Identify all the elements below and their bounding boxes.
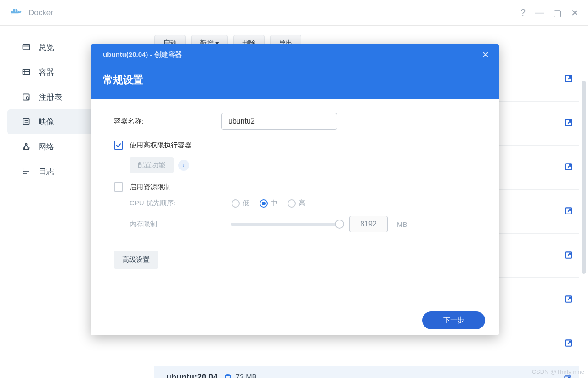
sidebar-item-label: 网络 bbox=[39, 141, 54, 152]
sidebar-item-label: 映像 bbox=[39, 117, 54, 127]
maximize-icon[interactable]: ▢ bbox=[553, 7, 562, 18]
svg-rect-5 bbox=[23, 44, 30, 50]
image-icon bbox=[21, 117, 31, 127]
overview-icon bbox=[21, 42, 31, 52]
image-name: ubuntu:20.04 bbox=[166, 372, 218, 378]
app-title: Docker bbox=[28, 8, 53, 17]
svg-point-26 bbox=[23, 171, 23, 172]
image-size: 73 MB bbox=[224, 373, 257, 378]
help-icon[interactable]: ? bbox=[520, 7, 526, 18]
advanced-button[interactable]: 高级设置 bbox=[114, 251, 158, 269]
modal-footer: 下一步 bbox=[91, 305, 499, 335]
resource-limit-checkbox[interactable] bbox=[114, 182, 123, 192]
launch-icon[interactable] bbox=[564, 162, 573, 173]
svg-point-18 bbox=[28, 147, 29, 149]
svg-point-16 bbox=[25, 143, 27, 145]
sidebar-item-label: 注册表 bbox=[39, 92, 62, 102]
network-icon bbox=[21, 141, 31, 152]
launch-icon[interactable] bbox=[564, 118, 573, 129]
privileged-checkbox[interactable] bbox=[114, 141, 123, 150]
image-row-ubuntu[interactable]: ubuntu:20.04 73 MB 注册表: Docker Hub Ubunt… bbox=[154, 366, 579, 378]
container-name-label: 容器名称: bbox=[114, 117, 221, 126]
create-container-modal: ubuntu(20.04) - 创建容器 常规设置 容器名称: 使用高权限执行容… bbox=[91, 44, 499, 335]
launch-icon[interactable] bbox=[564, 206, 573, 217]
close-window-icon[interactable]: ✕ bbox=[571, 7, 579, 18]
watermark: CSDN @Thirty nine bbox=[532, 368, 584, 375]
log-icon bbox=[21, 166, 31, 176]
minimize-icon[interactable]: — bbox=[535, 7, 544, 18]
next-button[interactable]: 下一步 bbox=[422, 311, 485, 329]
privileged-label: 使用高权限执行容器 bbox=[130, 141, 192, 150]
mem-unit: MB bbox=[397, 220, 407, 228]
svg-line-19 bbox=[24, 145, 26, 147]
config-cap-button: 配置功能 bbox=[130, 157, 174, 173]
memory-slider bbox=[231, 223, 340, 226]
info-icon[interactable]: i bbox=[178, 160, 189, 171]
cpu-radio-high bbox=[288, 199, 296, 208]
modal-section-title: 常规设置 bbox=[103, 73, 487, 87]
svg-rect-3 bbox=[13, 9, 15, 11]
modal-crumb: ubuntu(20.04) - 创建容器 bbox=[103, 51, 487, 59]
registry-icon bbox=[21, 92, 31, 102]
container-name-input[interactable] bbox=[221, 113, 337, 130]
slider-thumb bbox=[335, 220, 344, 229]
modal-body: 容器名称: 使用高权限执行容器 配置功能 i 启用资源限制 CPU 优先顺序: … bbox=[91, 99, 499, 305]
sidebar-item-label: 容器 bbox=[39, 67, 54, 78]
docker-logo-icon bbox=[9, 7, 24, 18]
close-icon[interactable] bbox=[481, 51, 490, 61]
launch-icon[interactable] bbox=[564, 250, 573, 261]
scrollbar[interactable] bbox=[582, 81, 586, 378]
memory-input bbox=[349, 216, 388, 232]
window-controls: ? — ▢ ✕ bbox=[520, 7, 579, 18]
cpu-radio-low bbox=[232, 199, 240, 208]
modal-header: ubuntu(20.04) - 创建容器 常规设置 bbox=[91, 44, 499, 99]
svg-point-17 bbox=[23, 147, 24, 149]
svg-point-42 bbox=[226, 374, 231, 376]
launch-icon[interactable] bbox=[564, 74, 573, 85]
svg-rect-7 bbox=[23, 69, 30, 75]
scrollbar-thumb[interactable] bbox=[582, 81, 586, 274]
cpu-radio-mid bbox=[260, 199, 268, 208]
svg-rect-4 bbox=[16, 9, 17, 11]
sidebar-item-label: 日志 bbox=[39, 166, 54, 177]
stack-icon bbox=[224, 373, 232, 378]
mem-label: 内存限制: bbox=[130, 220, 221, 229]
container-icon bbox=[21, 67, 31, 77]
cpu-label: CPU 优先顺序: bbox=[130, 199, 221, 208]
svg-line-20 bbox=[26, 145, 28, 147]
launch-icon[interactable] bbox=[564, 339, 573, 350]
resource-limit-label: 启用资源限制 bbox=[130, 183, 171, 192]
titlebar: Docker ? — ▢ ✕ bbox=[0, 0, 588, 26]
sidebar-item-label: 总览 bbox=[39, 42, 54, 53]
svg-point-25 bbox=[23, 169, 23, 169]
launch-icon[interactable] bbox=[564, 294, 573, 305]
svg-point-27 bbox=[23, 174, 23, 174]
